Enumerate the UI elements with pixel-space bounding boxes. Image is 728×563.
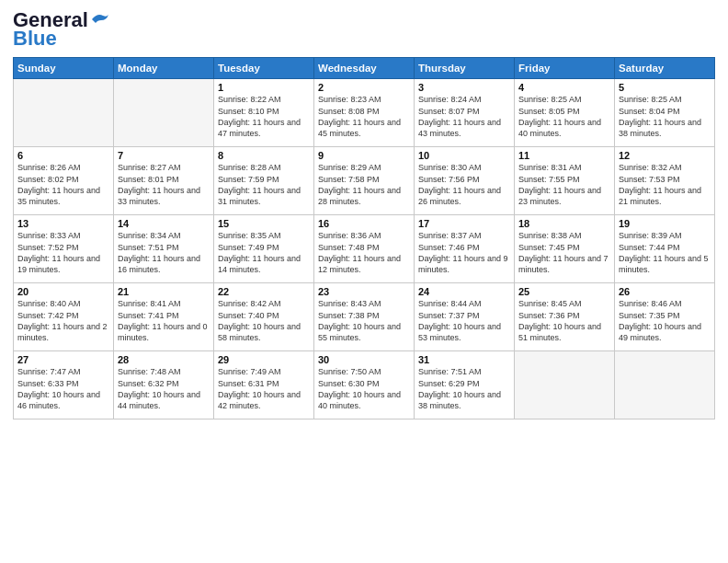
weekday-header-monday: Monday (114, 58, 214, 79)
calendar-cell: 25Sunrise: 8:45 AM Sunset: 7:36 PM Dayli… (515, 283, 615, 351)
calendar-cell: 18Sunrise: 8:38 AM Sunset: 7:45 PM Dayli… (515, 215, 615, 283)
day-info: Sunrise: 8:36 AM Sunset: 7:48 PM Dayligh… (318, 230, 410, 275)
calendar-cell: 13Sunrise: 8:33 AM Sunset: 7:52 PM Dayli… (14, 215, 114, 283)
day-info: Sunrise: 7:50 AM Sunset: 6:30 PM Dayligh… (318, 366, 410, 411)
calendar-cell: 3Sunrise: 8:24 AM Sunset: 8:07 PM Daylig… (415, 79, 515, 147)
calendar-cell: 4Sunrise: 8:25 AM Sunset: 8:05 PM Daylig… (515, 79, 615, 147)
calendar-cell: 26Sunrise: 8:46 AM Sunset: 7:35 PM Dayli… (615, 283, 715, 351)
week-row-4: 27Sunrise: 7:47 AM Sunset: 6:33 PM Dayli… (14, 351, 715, 419)
calendar-cell (114, 79, 214, 147)
day-info: Sunrise: 8:38 AM Sunset: 7:45 PM Dayligh… (518, 230, 610, 275)
calendar-cell: 14Sunrise: 8:34 AM Sunset: 7:51 PM Dayli… (114, 215, 214, 283)
calendar-cell: 12Sunrise: 8:32 AM Sunset: 7:53 PM Dayli… (615, 147, 715, 215)
day-number: 17 (418, 218, 510, 229)
calendar-cell: 1Sunrise: 8:22 AM Sunset: 8:10 PM Daylig… (214, 79, 314, 147)
day-info: Sunrise: 8:41 AM Sunset: 7:41 PM Dayligh… (118, 298, 210, 343)
day-number: 3 (418, 82, 510, 93)
weekday-header-friday: Friday (515, 58, 615, 79)
day-number: 23 (318, 286, 410, 297)
calendar: SundayMondayTuesdayWednesdayThursdayFrid… (13, 57, 715, 419)
calendar-cell: 22Sunrise: 8:42 AM Sunset: 7:40 PM Dayli… (214, 283, 314, 351)
weekday-header-thursday: Thursday (415, 58, 515, 79)
day-info: Sunrise: 8:42 AM Sunset: 7:40 PM Dayligh… (218, 298, 310, 343)
day-info: Sunrise: 8:28 AM Sunset: 7:59 PM Dayligh… (218, 162, 310, 207)
day-number: 26 (619, 286, 711, 297)
day-info: Sunrise: 7:48 AM Sunset: 6:32 PM Dayligh… (118, 366, 210, 411)
day-info: Sunrise: 8:33 AM Sunset: 7:52 PM Dayligh… (17, 230, 109, 275)
calendar-cell: 16Sunrise: 8:36 AM Sunset: 7:48 PM Dayli… (314, 215, 415, 283)
day-number: 30 (318, 354, 410, 365)
day-number: 10 (418, 150, 510, 161)
calendar-cell: 21Sunrise: 8:41 AM Sunset: 7:41 PM Dayli… (114, 283, 214, 351)
day-number: 24 (418, 286, 510, 297)
weekday-header-sunday: Sunday (14, 58, 114, 79)
day-info: Sunrise: 8:31 AM Sunset: 7:55 PM Dayligh… (518, 162, 610, 207)
weekday-header-tuesday: Tuesday (214, 58, 314, 79)
logo: General Blue (13, 9, 110, 50)
calendar-cell: 7Sunrise: 8:27 AM Sunset: 8:01 PM Daylig… (114, 147, 214, 215)
header: General Blue (13, 9, 715, 50)
day-number: 6 (17, 150, 109, 161)
calendar-cell: 6Sunrise: 8:26 AM Sunset: 8:02 PM Daylig… (14, 147, 114, 215)
calendar-cell: 10Sunrise: 8:30 AM Sunset: 7:56 PM Dayli… (415, 147, 515, 215)
day-info: Sunrise: 8:39 AM Sunset: 7:44 PM Dayligh… (619, 230, 711, 275)
calendar-cell: 9Sunrise: 8:29 AM Sunset: 7:58 PM Daylig… (314, 147, 415, 215)
calendar-cell: 30Sunrise: 7:50 AM Sunset: 6:30 PM Dayli… (314, 351, 415, 419)
week-row-0: 1Sunrise: 8:22 AM Sunset: 8:10 PM Daylig… (14, 79, 715, 147)
day-info: Sunrise: 8:45 AM Sunset: 7:36 PM Dayligh… (518, 298, 610, 343)
day-info: Sunrise: 7:51 AM Sunset: 6:29 PM Dayligh… (418, 366, 510, 411)
calendar-cell: 2Sunrise: 8:23 AM Sunset: 8:08 PM Daylig… (314, 79, 415, 147)
day-info: Sunrise: 8:34 AM Sunset: 7:51 PM Dayligh… (118, 230, 210, 275)
day-info: Sunrise: 8:27 AM Sunset: 8:01 PM Dayligh… (118, 162, 210, 207)
calendar-cell (615, 351, 715, 419)
day-number: 16 (318, 218, 410, 229)
calendar-cell: 27Sunrise: 7:47 AM Sunset: 6:33 PM Dayli… (14, 351, 114, 419)
day-info: Sunrise: 8:35 AM Sunset: 7:49 PM Dayligh… (218, 230, 310, 275)
day-number: 13 (17, 218, 109, 229)
day-number: 25 (518, 286, 610, 297)
calendar-cell (515, 351, 615, 419)
day-info: Sunrise: 7:49 AM Sunset: 6:31 PM Dayligh… (218, 366, 310, 411)
day-info: Sunrise: 8:22 AM Sunset: 8:10 PM Dayligh… (218, 94, 310, 139)
day-info: Sunrise: 7:47 AM Sunset: 6:33 PM Dayligh… (17, 366, 109, 411)
day-info: Sunrise: 8:25 AM Sunset: 8:05 PM Dayligh… (518, 94, 610, 139)
day-number: 15 (218, 218, 310, 229)
day-number: 2 (318, 82, 410, 93)
day-number: 21 (118, 286, 210, 297)
calendar-cell: 24Sunrise: 8:44 AM Sunset: 7:37 PM Dayli… (415, 283, 515, 351)
day-info: Sunrise: 8:30 AM Sunset: 7:56 PM Dayligh… (418, 162, 510, 207)
week-row-2: 13Sunrise: 8:33 AM Sunset: 7:52 PM Dayli… (14, 215, 715, 283)
day-number: 27 (17, 354, 109, 365)
weekday-header-wednesday: Wednesday (314, 58, 415, 79)
day-info: Sunrise: 8:29 AM Sunset: 7:58 PM Dayligh… (318, 162, 410, 207)
day-number: 4 (518, 82, 610, 93)
page: General Blue SundayMondayTuesdayWednesda… (0, 0, 728, 563)
calendar-cell: 11Sunrise: 8:31 AM Sunset: 7:55 PM Dayli… (515, 147, 615, 215)
logo-bird-icon (90, 9, 110, 31)
day-number: 9 (318, 150, 410, 161)
day-number: 1 (218, 82, 310, 93)
day-info: Sunrise: 8:44 AM Sunset: 7:37 PM Dayligh… (418, 298, 510, 343)
calendar-cell: 29Sunrise: 7:49 AM Sunset: 6:31 PM Dayli… (214, 351, 314, 419)
weekday-header-row: SundayMondayTuesdayWednesdayThursdayFrid… (14, 58, 715, 79)
day-info: Sunrise: 8:23 AM Sunset: 8:08 PM Dayligh… (318, 94, 410, 139)
day-number: 11 (518, 150, 610, 161)
day-info: Sunrise: 8:26 AM Sunset: 8:02 PM Dayligh… (17, 162, 109, 207)
calendar-cell: 17Sunrise: 8:37 AM Sunset: 7:46 PM Dayli… (415, 215, 515, 283)
day-info: Sunrise: 8:25 AM Sunset: 8:04 PM Dayligh… (619, 94, 711, 139)
day-number: 20 (17, 286, 109, 297)
logo-blue: Blue (13, 28, 57, 50)
day-number: 19 (619, 218, 711, 229)
day-number: 7 (118, 150, 210, 161)
day-number: 29 (218, 354, 310, 365)
day-number: 28 (118, 354, 210, 365)
calendar-cell: 19Sunrise: 8:39 AM Sunset: 7:44 PM Dayli… (615, 215, 715, 283)
day-number: 5 (619, 82, 711, 93)
calendar-cell (14, 79, 114, 147)
day-info: Sunrise: 8:32 AM Sunset: 7:53 PM Dayligh… (619, 162, 711, 207)
day-info: Sunrise: 8:46 AM Sunset: 7:35 PM Dayligh… (619, 298, 711, 343)
day-info: Sunrise: 8:37 AM Sunset: 7:46 PM Dayligh… (418, 230, 510, 275)
calendar-cell: 23Sunrise: 8:43 AM Sunset: 7:38 PM Dayli… (314, 283, 415, 351)
calendar-cell: 15Sunrise: 8:35 AM Sunset: 7:49 PM Dayli… (214, 215, 314, 283)
day-number: 14 (118, 218, 210, 229)
